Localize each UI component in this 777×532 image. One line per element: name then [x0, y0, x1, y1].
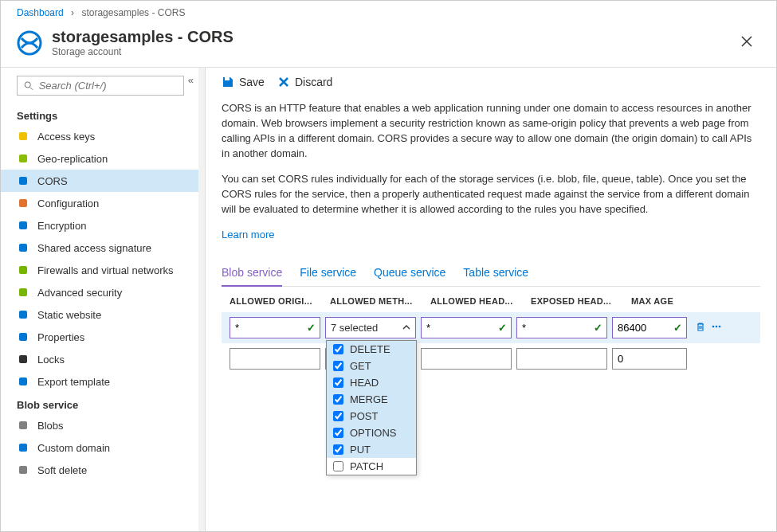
sidebar-item-static-website[interactable]: Static website — [1, 303, 198, 326]
allowed-methods-select[interactable]: 7 selectedDELETEGETHEADMERGEPOSTOPTIONSP… — [325, 317, 416, 338]
learn-more-link[interactable]: Learn more — [222, 229, 274, 241]
service-tabs: Blob serviceFile serviceQueue serviceTab… — [222, 260, 760, 287]
svg-point-1 — [25, 81, 30, 87]
cors-rule-row: ✓7 selectedDELETEGETHEADMERGEPOSTOPTIONS… — [222, 312, 760, 343]
tab-blob-service[interactable]: Blob service — [222, 260, 282, 287]
allowed-headers-input[interactable] — [421, 317, 512, 338]
close-icon — [741, 36, 752, 47]
svg-rect-7 — [19, 221, 27, 229]
tab-queue-service[interactable]: Queue service — [374, 260, 445, 286]
breadcrumb-root[interactable]: Dashboard — [17, 7, 64, 18]
sidebar-search[interactable] — [17, 76, 184, 96]
method-checkbox[interactable] — [333, 411, 343, 421]
method-option-head[interactable]: HEAD — [327, 374, 416, 391]
allowed-methods-label: 7 selected — [331, 322, 378, 334]
method-option-options[interactable]: OPTIONS — [327, 424, 416, 441]
svg-rect-11 — [19, 311, 27, 319]
command-bar: Save Discard — [222, 76, 760, 101]
svg-rect-3 — [19, 132, 27, 140]
sidebar-item-geo-replication[interactable]: Geo-replication — [1, 147, 198, 170]
col-methods: ALLOWED METH... — [330, 296, 426, 306]
sidebar-item-encryption[interactable]: Encryption — [1, 214, 198, 237]
tab-file-service[interactable]: File service — [300, 260, 356, 286]
allowed-origins-input[interactable] — [230, 348, 320, 370]
method-option-merge[interactable]: MERGE — [327, 391, 416, 408]
method-option-label: PATCH — [350, 460, 383, 472]
save-button[interactable]: Save — [222, 76, 265, 88]
firewall-icon — [17, 264, 29, 276]
sidebar-item-access-keys[interactable]: Access keys — [1, 125, 198, 147]
chevron-right-icon: › — [71, 7, 74, 18]
svg-point-20 — [719, 326, 721, 328]
sidebar-item-custom-domain[interactable]: Custom domain — [1, 436, 198, 459]
cors-rule-row — [222, 343, 760, 374]
svg-rect-10 — [19, 288, 27, 296]
sidebar-item-locks[interactable]: Locks — [1, 348, 198, 370]
method-checkbox[interactable] — [333, 377, 343, 388]
sidebar-item-label: Custom domain — [37, 442, 110, 454]
sidebar-item-soft-delete[interactable]: Soft delete — [1, 459, 198, 481]
tab-table-service[interactable]: Table service — [463, 260, 528, 286]
page-subtitle: Storage account — [52, 46, 733, 57]
cors-table-header: ALLOWED ORIGI... ALLOWED METH... ALLOWED… — [222, 287, 760, 312]
close-button[interactable] — [733, 29, 760, 56]
breadcrumb: Dashboard › storagesamples - CORS — [1, 1, 776, 22]
search-input[interactable] — [39, 80, 177, 92]
key-icon — [17, 130, 29, 143]
svg-rect-13 — [19, 355, 27, 363]
method-option-put[interactable]: PUT — [327, 441, 416, 458]
sidebar-item-shared-access-signature[interactable]: Shared access signature — [1, 237, 198, 259]
discard-button[interactable]: Discard — [277, 76, 332, 88]
method-option-patch[interactable]: PATCH — [327, 458, 416, 475]
allowed-headers-input[interactable] — [421, 348, 512, 370]
sidebar-item-configuration[interactable]: Configuration — [1, 192, 198, 214]
trash-icon — [695, 321, 706, 332]
nav-group-title: Blob service — [1, 393, 198, 414]
method-checkbox[interactable] — [333, 444, 343, 455]
sidebar: « SettingsAccess keysGeo-replicationCORS… — [1, 67, 205, 532]
more-icon — [711, 321, 722, 332]
shield-icon — [17, 286, 29, 299]
sas-icon — [17, 241, 29, 254]
method-checkbox[interactable] — [333, 394, 343, 405]
sidebar-item-firewalls-and-virtual-networks[interactable]: Firewalls and virtual networks — [1, 259, 198, 281]
col-maxage: MAX AGE — [631, 296, 711, 306]
method-option-label: MERGE — [350, 393, 388, 405]
method-option-get[interactable]: GET — [327, 358, 416, 374]
svg-point-19 — [716, 326, 718, 328]
sidebar-item-properties[interactable]: Properties — [1, 326, 198, 348]
sidebar-item-cors[interactable]: CORS — [1, 170, 198, 192]
sidebar-item-label: Soft delete — [37, 464, 87, 476]
sidebar-item-blobs[interactable]: Blobs — [1, 414, 198, 436]
exposed-headers-input[interactable] — [516, 317, 607, 338]
methods-dropdown: DELETEGETHEADMERGEPOSTOPTIONSPUTPATCH — [326, 340, 417, 475]
sidebar-item-label: Properties — [37, 331, 84, 343]
sidebar-item-label: Advanced security — [37, 287, 122, 299]
sidebar-item-export-template[interactable]: Export template — [1, 370, 198, 393]
col-exposed: EXPOSED HEAD... — [531, 296, 626, 306]
method-option-label: GET — [350, 360, 371, 372]
sidebar-item-advanced-security[interactable]: Advanced security — [1, 281, 198, 303]
chevron-up-icon — [402, 322, 410, 334]
website-icon — [17, 308, 29, 321]
breadcrumb-current: storagesamples - CORS — [81, 7, 185, 18]
method-checkbox[interactable] — [333, 461, 343, 471]
method-checkbox[interactable] — [333, 428, 343, 438]
collapse-sidebar-button[interactable]: « — [188, 74, 194, 86]
method-checkbox[interactable] — [333, 361, 343, 371]
nav-group-title: Settings — [1, 104, 198, 125]
max-age-input[interactable] — [612, 317, 687, 338]
delete-rule-button[interactable] — [695, 321, 706, 334]
exposed-headers-input[interactable] — [516, 348, 607, 370]
method-option-label: HEAD — [350, 377, 379, 389]
more-actions-button[interactable] — [711, 321, 722, 334]
scrollbar[interactable] — [198, 68, 205, 532]
max-age-input[interactable] — [612, 348, 687, 370]
method-option-post[interactable]: POST — [327, 408, 416, 424]
allowed-origins-input[interactable] — [230, 317, 320, 338]
sidebar-item-label: Geo-replication — [37, 153, 108, 165]
sidebar-item-label: Encryption — [37, 220, 86, 232]
method-option-delete[interactable]: DELETE — [327, 341, 416, 358]
method-checkbox[interactable] — [333, 344, 343, 354]
description-paragraph-2: You can set CORS rules individually for … — [222, 172, 760, 217]
